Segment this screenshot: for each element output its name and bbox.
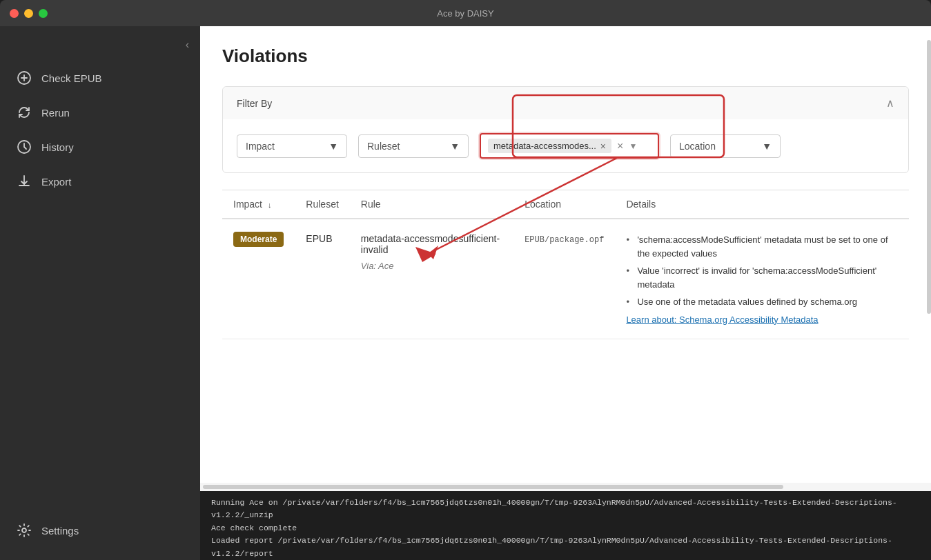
titlebar: Ace by DAISY <box>0 0 931 26</box>
collapse-button[interactable]: ‹ <box>186 39 189 51</box>
rule-name: metadata-accessmodesufficient-invalid <box>361 233 502 255</box>
table-header: Impact ↓ Ruleset Rule Location <box>222 190 909 219</box>
refresh-icon <box>17 105 32 120</box>
col-location-label: Location <box>525 199 561 210</box>
download-icon <box>17 174 32 189</box>
filter-tag-arrow: ▼ <box>629 141 637 151</box>
location-value: EPUB/package.opf <box>525 235 604 245</box>
gear-icon <box>17 523 32 538</box>
bottom-scrollbar-container <box>200 483 931 491</box>
detail-item-2: Value 'incorrect' is invalid for 'schema… <box>626 264 898 291</box>
col-ruleset-label: Ruleset <box>306 199 338 210</box>
filter-tag-metadata: metadata-accessmodes... × <box>488 139 611 153</box>
detail-item-3: Use one of the metadata values defined b… <box>626 295 898 309</box>
detail-item-1: 'schema:accessModeSufficient' metadata m… <box>626 233 898 260</box>
table-row: Moderate EPUB metadata-accessmodesuffici… <box>222 219 909 339</box>
col-impact-label: Impact <box>233 199 262 210</box>
log-line-1: Running Ace on /private/var/folders/f4/b… <box>211 497 920 522</box>
page-title: Violations <box>222 46 909 67</box>
sidebar-collapse-area: ‹ <box>0 33 200 62</box>
plus-circle-icon <box>17 70 32 86</box>
sidebar-item-rerun[interactable]: Rerun <box>6 97 195 128</box>
sidebar-label-settings: Settings <box>41 525 79 537</box>
main-scrollbar[interactable] <box>927 40 931 314</box>
location-filter-label: Location <box>679 141 716 152</box>
main-content: Violations Filter By ∧ Impact ▼ Ruleset <box>200 26 931 560</box>
sidebar-item-export[interactable]: Export <box>6 166 195 197</box>
location-filter-arrow: ▼ <box>762 141 772 152</box>
col-rule-label: Rule <box>361 199 381 210</box>
ruleset-filter-label: Ruleset <box>367 141 400 152</box>
filter-header[interactable]: Filter By ∧ <box>223 87 908 119</box>
filter-tag-label: metadata-accessmodes... <box>493 141 596 151</box>
log-line-3: Loaded report /private/var/folders/f4/bs… <box>211 534 920 560</box>
details-list: 'schema:accessModeSufficient' metadata m… <box>626 233 898 309</box>
filter-collapse-icon: ∧ <box>886 97 894 110</box>
filter-tag-clear[interactable]: × <box>617 140 623 152</box>
maximize-button[interactable] <box>39 9 48 18</box>
filter-tag-remove[interactable]: × <box>600 141 606 151</box>
impact-filter-arrow: ▼ <box>329 141 338 152</box>
ruleset-value: EPUB <box>306 233 332 244</box>
content-area: Violations Filter By ∧ Impact ▼ Ruleset <box>200 26 931 483</box>
ruleset-filter[interactable]: Ruleset ▼ <box>358 134 469 158</box>
knowledge-filter[interactable]: metadata-accessmodes... × × ▼ <box>480 133 659 159</box>
sidebar-bottom: Settings <box>0 503 200 560</box>
cell-details: 'schema:accessModeSufficient' metadata m… <box>615 219 909 339</box>
bottom-scrollbar[interactable] <box>203 485 783 489</box>
filter-section: Filter By ∧ Impact ▼ Ruleset ▼ <box>222 86 909 173</box>
col-details[interactable]: Details <box>615 190 909 219</box>
sidebar-label-export: Export <box>41 176 71 188</box>
col-impact[interactable]: Impact ↓ <box>222 190 295 219</box>
details-link[interactable]: Learn about: Schema.org Accessibility Me… <box>626 314 898 325</box>
sort-icon-impact: ↓ <box>268 201 272 209</box>
sidebar-item-check-epub[interactable]: Check EPUB <box>6 62 195 94</box>
sidebar-nav: Check EPUB Rerun <box>0 62 200 503</box>
cell-ruleset: EPUB <box>295 219 349 339</box>
table-body: Moderate EPUB metadata-accessmodesuffici… <box>222 219 909 339</box>
ruleset-filter-arrow: ▼ <box>450 141 460 152</box>
col-location[interactable]: Location <box>513 190 615 219</box>
window-controls <box>10 9 48 18</box>
app-title: Ace by DAISY <box>437 8 493 19</box>
col-ruleset[interactable]: Ruleset <box>295 190 349 219</box>
clock-icon <box>17 139 32 154</box>
close-button[interactable] <box>10 9 19 18</box>
col-details-label: Details <box>626 199 656 210</box>
sidebar-label-history: History <box>41 141 74 153</box>
cell-location: EPUB/package.opf <box>513 219 615 339</box>
filter-by-label: Filter By <box>237 98 272 109</box>
impact-filter[interactable]: Impact ▼ <box>237 134 347 158</box>
minimize-button[interactable] <box>24 9 33 18</box>
col-rule[interactable]: Rule <box>350 190 513 219</box>
cell-impact: Moderate <box>222 219 295 339</box>
log-line-2: Ace check complete <box>211 522 920 534</box>
location-filter[interactable]: Location ▼ <box>670 134 781 158</box>
log-console: Running Ace on /private/var/folders/f4/b… <box>200 491 931 560</box>
violations-table: Impact ↓ Ruleset Rule Location <box>222 190 909 339</box>
cell-rule: metadata-accessmodesufficient-invalid Vi… <box>350 219 513 339</box>
sidebar-item-settings[interactable]: Settings <box>6 514 195 546</box>
sidebar-label-check-epub: Check EPUB <box>41 72 102 84</box>
sidebar-label-rerun: Rerun <box>41 107 70 119</box>
impact-badge: Moderate <box>233 232 284 247</box>
sidebar-item-history[interactable]: History <box>6 131 195 163</box>
svg-point-4 <box>22 528 26 532</box>
rule-via: Via: Ace <box>361 261 502 271</box>
filter-body: Impact ▼ Ruleset ▼ metadata-accessmodes.… <box>223 119 908 172</box>
app-container: ‹ Check EPUB <box>0 26 931 560</box>
sidebar: ‹ Check EPUB <box>0 26 200 560</box>
impact-filter-label: Impact <box>246 141 275 152</box>
